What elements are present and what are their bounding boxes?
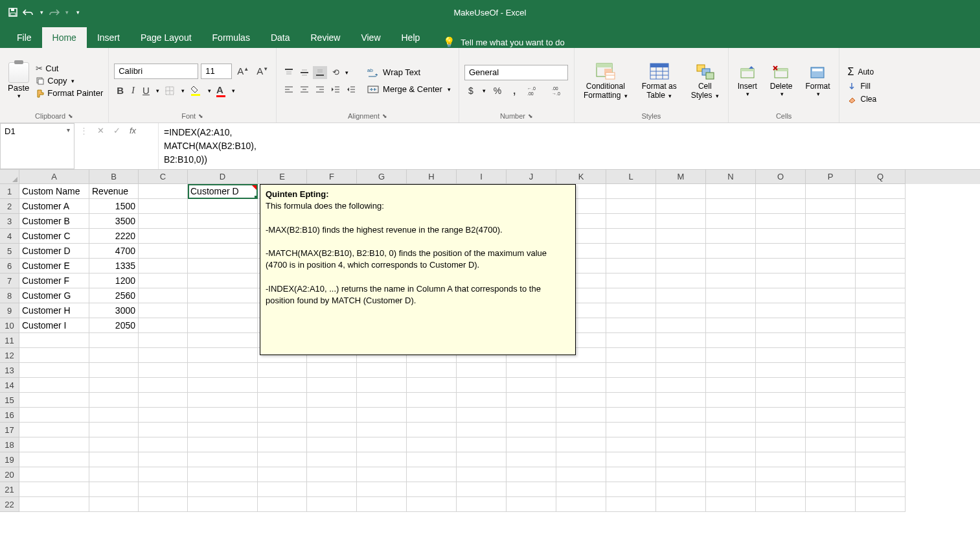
- cell-K18[interactable]: [556, 437, 606, 452]
- tab-home[interactable]: Home: [42, 27, 87, 48]
- tab-view[interactable]: View: [350, 27, 391, 48]
- cell-I18[interactable]: [457, 437, 507, 452]
- cell-J15[interactable]: [507, 393, 556, 408]
- cell-M5[interactable]: [656, 244, 706, 259]
- cell-F17[interactable]: [307, 423, 357, 437]
- increase-decimal-icon[interactable]: ←.0.00: [523, 84, 544, 97]
- cell-C13[interactable]: [139, 363, 188, 378]
- cell-B9[interactable]: 3000: [89, 303, 139, 318]
- cell-J17[interactable]: [507, 423, 556, 437]
- cell-A18[interactable]: [19, 437, 89, 452]
- cell-C3[interactable]: [139, 214, 188, 229]
- column-header-E[interactable]: E: [258, 170, 307, 184]
- cell-N6[interactable]: [706, 259, 756, 274]
- cell-P3[interactable]: [806, 214, 856, 229]
- cell-L10[interactable]: [606, 318, 656, 333]
- align-right-icon[interactable]: [313, 83, 327, 96]
- cell-A1[interactable]: Custom Name: [19, 184, 89, 199]
- name-box[interactable]: D1 ▾: [0, 123, 74, 169]
- cell-L22[interactable]: [606, 497, 656, 512]
- cell-L5[interactable]: [606, 244, 656, 259]
- cell-P15[interactable]: [806, 393, 856, 408]
- undo-dropdown-icon[interactable]: ▾: [40, 9, 43, 16]
- cell-G16[interactable]: [357, 408, 407, 423]
- cell-A22[interactable]: [19, 497, 89, 512]
- cell-P7[interactable]: [806, 274, 856, 288]
- row-header-4[interactable]: 4: [0, 229, 19, 244]
- cell-N19[interactable]: [706, 452, 756, 467]
- cell-O15[interactable]: [756, 393, 806, 408]
- cell-O13[interactable]: [756, 363, 806, 378]
- cell-L11[interactable]: [606, 333, 656, 348]
- row-header-8[interactable]: 8: [0, 288, 19, 303]
- cell-C1[interactable]: [139, 184, 188, 199]
- column-header-G[interactable]: G: [357, 170, 407, 184]
- cell-L6[interactable]: [606, 259, 656, 274]
- cell-G15[interactable]: [357, 393, 407, 408]
- cell-styles-button[interactable]: Cell Styles ▾: [687, 61, 723, 101]
- cell-A11[interactable]: [19, 333, 89, 348]
- cell-C19[interactable]: [139, 452, 188, 467]
- fill-button[interactable]: Fill: [845, 81, 879, 91]
- cell-Q12[interactable]: [856, 348, 906, 363]
- cell-O18[interactable]: [756, 437, 806, 452]
- column-header-B[interactable]: B: [89, 170, 139, 184]
- cell-M21[interactable]: [656, 482, 706, 497]
- cell-O17[interactable]: [756, 423, 806, 437]
- cell-L20[interactable]: [606, 467, 656, 482]
- cell-L16[interactable]: [606, 408, 656, 423]
- cell-K14[interactable]: [556, 378, 606, 393]
- column-header-J[interactable]: J: [507, 170, 556, 184]
- cell-Q11[interactable]: [856, 333, 906, 348]
- row-header-10[interactable]: 10: [0, 318, 19, 333]
- cell-K22[interactable]: [556, 497, 606, 512]
- cell-D18[interactable]: [188, 437, 258, 452]
- cell-K15[interactable]: [556, 393, 606, 408]
- cell-A17[interactable]: [19, 423, 89, 437]
- cell-C22[interactable]: [139, 497, 188, 512]
- cell-G20[interactable]: [357, 467, 407, 482]
- cell-M1[interactable]: [656, 184, 706, 199]
- cell-L17[interactable]: [606, 423, 656, 437]
- cell-O2[interactable]: [756, 199, 806, 214]
- format-painter-button[interactable]: Format Painter: [36, 88, 103, 98]
- cell-B19[interactable]: [89, 452, 139, 467]
- cell-O22[interactable]: [756, 497, 806, 512]
- cell-M2[interactable]: [656, 199, 706, 214]
- cell-O7[interactable]: [756, 274, 806, 288]
- formula-cancel-icon[interactable]: ⋮: [80, 126, 88, 135]
- dialog-launcher-icon[interactable]: ⬊: [198, 113, 203, 119]
- cell-B6[interactable]: 1335: [89, 259, 139, 274]
- cell-O3[interactable]: [756, 214, 806, 229]
- cell-I13[interactable]: [457, 363, 507, 378]
- cell-H14[interactable]: [407, 378, 457, 393]
- cell-D6[interactable]: [188, 259, 258, 274]
- row-header-18[interactable]: 18: [0, 437, 19, 452]
- cell-H22[interactable]: [407, 497, 457, 512]
- cell-E15[interactable]: [258, 393, 307, 408]
- cell-P13[interactable]: [806, 363, 856, 378]
- formula-input[interactable]: =INDEX(A2:A10, MATCH(MAX(B2:B10), B2:B10…: [159, 123, 980, 169]
- cell-Q14[interactable]: [856, 378, 906, 393]
- cell-Q17[interactable]: [856, 423, 906, 437]
- column-header-P[interactable]: P: [806, 170, 856, 184]
- cell-O10[interactable]: [756, 318, 806, 333]
- cell-D12[interactable]: [188, 348, 258, 363]
- cell-D1[interactable]: Customer D: [188, 184, 258, 199]
- insert-cells-button[interactable]: Insert ▾: [734, 64, 761, 99]
- cell-P1[interactable]: [806, 184, 856, 199]
- cell-Q9[interactable]: [856, 303, 906, 318]
- dialog-launcher-icon[interactable]: ⬊: [382, 113, 387, 119]
- cell-N22[interactable]: [706, 497, 756, 512]
- redo-icon[interactable]: [47, 8, 60, 17]
- cell-M18[interactable]: [656, 437, 706, 452]
- row-header-14[interactable]: 14: [0, 378, 19, 393]
- column-header-L[interactable]: L: [606, 170, 656, 184]
- row-header-19[interactable]: 19: [0, 452, 19, 467]
- fx-icon[interactable]: fx: [130, 126, 136, 135]
- cell-P9[interactable]: [806, 303, 856, 318]
- cell-M17[interactable]: [656, 423, 706, 437]
- cell-O19[interactable]: [756, 452, 806, 467]
- cell-L14[interactable]: [606, 378, 656, 393]
- chevron-down-icon[interactable]: ▾: [181, 87, 185, 94]
